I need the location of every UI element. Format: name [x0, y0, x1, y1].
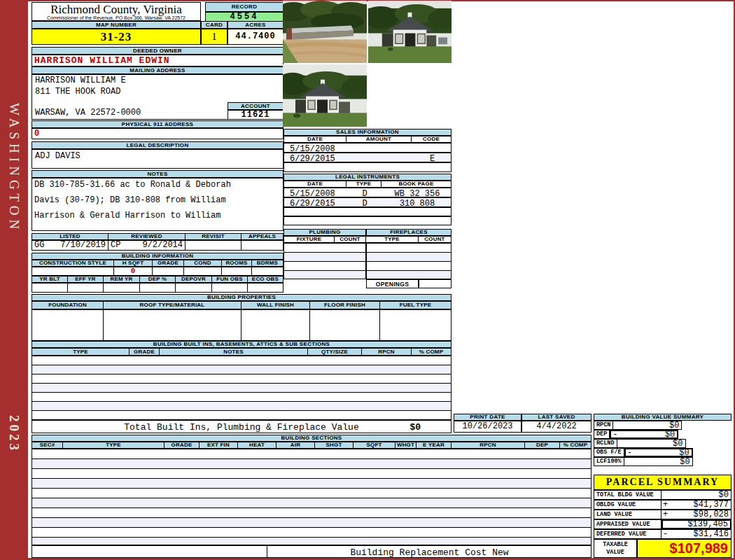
bvs-label: LCF100% [594, 457, 624, 466]
fixture-header: FIXTURE [284, 236, 335, 243]
visits-value-row: GG 7/10/2019 CP 9/2/2014 [31, 240, 284, 251]
sidebar: WASHINGTON 2023 [0, 0, 28, 560]
bvs-value: $0 [624, 457, 693, 466]
last-saved-header: LAST SAVED [522, 414, 592, 421]
bvs-row-lcf: LCF100% $0 [594, 457, 693, 466]
acres-value: 44.7400 [227, 29, 284, 45]
parcel-label: LAND VALUE [594, 510, 662, 519]
commissioner-line: Commissioner of the Revenue, PO Box 366,… [32, 15, 200, 21]
appeals-value [241, 240, 284, 251]
acres-header: ACRES [227, 21, 284, 29]
county-title: Richmond County, Virginia [32, 4, 200, 15]
property-record-card: { "colors": { "header_blue": "#b5dce8", … [0, 0, 735, 560]
notes-header: NOTES [31, 170, 284, 178]
account-header: ACCOUNT [227, 102, 284, 110]
map-number-header: MAP NUMBER [31, 21, 201, 29]
appeals-header: APPEALS [241, 233, 284, 240]
sales-row-2: 6/29/2015 E [284, 153, 451, 162]
listed-value: GG 7/10/2019 [31, 240, 108, 251]
cond-header: COND [184, 260, 222, 267]
rpcn-header: RPCN [451, 442, 525, 449]
record-value: 4554 [205, 12, 284, 22]
parcel-value: -$31,416 [662, 529, 732, 539]
instrument-row-1: 5/15/2008 D WB 32 356 [284, 188, 451, 197]
notes-line-3: Harrison & Gerald Harrison to William [34, 211, 281, 221]
parcel-row-obldg: OBLDG VALUE +$41,377 [594, 500, 732, 510]
eyear-header: E YEAR [416, 442, 451, 449]
grade-header: GRADE [153, 260, 184, 267]
wall-finish-header: WALL FINISH [241, 301, 310, 309]
bvs-row-obs: OBS F/E -$0 [594, 448, 693, 457]
bi-qty-header: QTY/SIZE [308, 348, 362, 356]
built-ins-header: BUILDING BUILT INS, BASEMENTS, ATTICS & … [31, 341, 451, 348]
fuel-type-header: FUEL TYPE [380, 301, 451, 309]
legal-description-value: ADJ DAVIS [31, 149, 284, 169]
instruments-header-row: DATE TYPE BOOK PAGE [284, 181, 451, 188]
bi-rpcn-header: RPCN [362, 348, 412, 356]
card-header: CARD [201, 21, 227, 29]
building-info-value-row-2 [31, 283, 284, 293]
rooms-header: ROOMS [222, 260, 252, 267]
fireplaces-body [366, 243, 451, 279]
parcel-row-land: LAND VALUE +$98,028 [594, 510, 732, 519]
listed-by: GG [34, 240, 44, 251]
listed-header: LISTED [31, 233, 108, 240]
built-ins-body [31, 356, 451, 420]
revisit-value [186, 240, 241, 251]
shgt-header: SHGT [315, 442, 354, 449]
reviewed-by: CP [111, 240, 120, 251]
parcel-label: DEFERRED VALUE [594, 529, 662, 539]
building-info-header-row-2: YR BLT EFF YR REM YR DEP % DEPOVR FUN OB… [31, 276, 284, 283]
sqft-header: SQFT [354, 442, 396, 449]
print-date-value: 10/26/2023 [454, 421, 522, 433]
parcel-label: TOTAL BLDG VALUE [594, 490, 662, 500]
building-info-header-row-1: CONSTRUCTION STYLE H SQFT GRADE COND ROO… [31, 260, 284, 267]
bdrms-header: BDRMS [252, 260, 284, 267]
extfin-header: EXT FIN [200, 442, 238, 449]
bvs-value: -$0 [610, 430, 678, 439]
openings-value-cell [419, 279, 451, 288]
notes-line-2: Davis (30-79); DB 310-808 from William [34, 195, 281, 206]
parcel-row-total-bldg: TOTAL BLDG VALUE $0 [594, 490, 732, 500]
bi-comp-header: % COMP [412, 348, 451, 356]
physical-911-header: PHYSICAL 911 ADDRESS [31, 120, 284, 128]
sales-row-3 [284, 162, 451, 172]
instrument-row-4 [284, 216, 451, 225]
funobs-header: FUN OBS [212, 276, 248, 283]
district-label: WASHINGTON [5, 93, 24, 244]
air-header: AIR [276, 442, 315, 449]
instrument-row-3 [284, 207, 451, 216]
inst-date-header: DATE [284, 181, 346, 188]
ecoobs-header: ECO OBS [248, 276, 284, 283]
record-header: RECORD [205, 2, 284, 12]
visits-header-row: LISTED REVIEWED REVISIT APPEALS [31, 233, 284, 240]
inst-bookpage-header: BOOK PAGE [382, 181, 451, 188]
parcel-value: +$41,377 [662, 500, 732, 510]
plumbing-body [284, 243, 366, 279]
bvs-label: RPCN [594, 421, 613, 430]
physical-911-value: 0 [31, 128, 284, 139]
mailing-line-2: 811 THE HOOK ROAD [35, 87, 224, 97]
bvs-label: DEP [594, 430, 610, 439]
parcel-row-appraised: APPRAISED VALUE $139,405 [594, 519, 732, 529]
bi-type-header: TYPE [31, 348, 130, 356]
instrument-row-2: 6/29/2015 D 310 808 [284, 197, 451, 207]
grade-header: GRADE [164, 442, 200, 449]
building-properties-body [31, 309, 451, 341]
sales-information-header: SALES INFORMATION [284, 129, 451, 136]
bvs-label: RCLND [594, 439, 617, 448]
building-replacement-label: Building Replacement Cost New [267, 547, 592, 558]
deeded-owner-header: DEEDED OWNER [31, 47, 284, 55]
deeded-owner-value: HARRISON WILLIAM EDWIN [31, 55, 284, 66]
bi-grade-header: GRADE [130, 348, 160, 356]
building-information-header: BUILDING INFORMATION [31, 253, 284, 260]
roof-header: ROOF TYPE/MATERIAL [104, 301, 241, 309]
yrblt-header: YR BLT [31, 276, 68, 283]
bvs-value: $0 [613, 421, 682, 430]
notes-line-1: DB 310-785-31.66 ac to Ronald & Deborah [34, 180, 281, 190]
plumbing-header: PLUMBING [284, 229, 366, 236]
legal-description-header: LEGAL DESCRIPTION [31, 141, 284, 149]
parcel-row-deferred: DEFERRED VALUE -$31,416 [594, 529, 732, 539]
parcel-label: APPRAISED VALUE [594, 519, 662, 529]
sales-header-row: DATE AMOUNT CODE [284, 136, 451, 143]
